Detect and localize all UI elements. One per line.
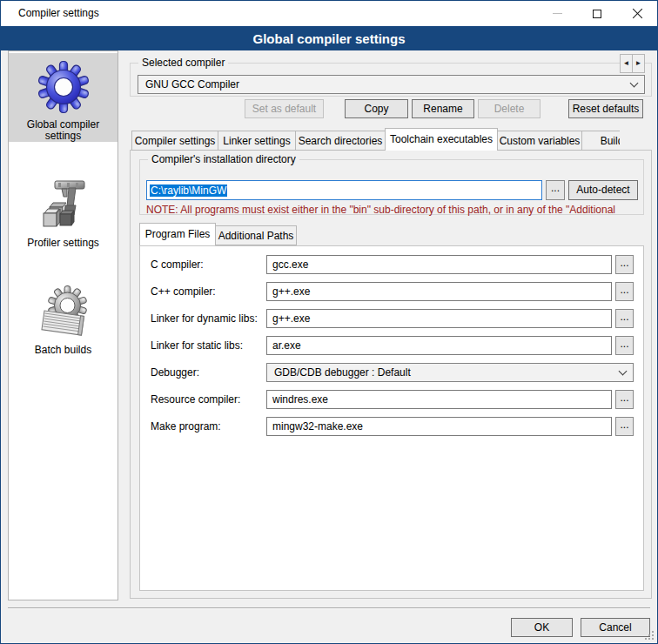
selected-compiler-legend: Selected compiler [138,57,228,69]
copy-button[interactable]: Copy [345,99,408,118]
cpp-compiler-browse-button[interactable]: ... [615,282,634,301]
ok-button[interactable]: OK [511,618,573,637]
auto-detect-button[interactable]: Auto-detect [568,180,638,200]
tab-linker-settings[interactable]: Linker settings [218,131,296,151]
field-label: Linker for dynamic libs: [151,309,258,328]
resize-grip[interactable] [645,631,654,640]
toolchain-field-row: Make program: ... [140,417,643,436]
resource-compiler-browse-button[interactable]: ... [615,390,634,409]
field-label: C++ compiler: [151,282,216,301]
c-compiler-browse-button[interactable]: ... [615,255,634,274]
sidebar-item-label: Profiler settings [27,238,99,249]
field-label: C compiler: [151,255,204,274]
close-button[interactable] [617,1,657,26]
tab-toolchain-executables[interactable]: Toolchain executables [385,128,498,151]
linker-static-input[interactable] [266,336,612,355]
chevron-down-icon [619,366,628,375]
titlebar: Compiler settings [1,1,657,26]
install-dir-selected-text: C:\raylib\MinGW [150,184,227,197]
subtab-program-files[interactable]: Program Files [139,223,216,245]
toolchain-field-row: Debugger: GDB/CDB debugger : Default [140,363,643,382]
linker-dynamic-input[interactable] [266,309,612,328]
cancel-button[interactable]: Cancel [581,618,650,637]
sidebar: Global compiler settings Profiler settin… [8,50,118,600]
field-label: Debugger: [151,363,199,382]
toolchain-executables-panel: Compiler's installation directory C:\ray… [130,150,652,599]
c-compiler-input[interactable] [266,255,612,274]
installation-directory-legend: Compiler's installation directory [148,153,299,165]
field-label: Resource compiler: [151,390,240,409]
program-files-form: C compiler: ... C++ compiler: ... Linker… [139,245,644,591]
toolchain-field-row: C compiler: ... [140,255,643,274]
sidebar-item-label: Batch builds [35,345,91,356]
toolchain-field-row: Resource compiler: ... [140,390,643,409]
set-as-default-button: Set as default [245,99,324,118]
compiler-actions: Set as defaultCopyRenameDeleteReset defa… [130,99,652,118]
make-program-input[interactable] [266,417,612,436]
make-program-browse-button[interactable]: ... [615,417,634,436]
sidebar-item-profiler-settings[interactable]: Profiler settings [9,171,118,249]
caliper-icon [36,178,91,233]
window-title: Compiler settings [18,1,99,26]
linker-dynamic-browse-button[interactable]: ... [615,309,634,328]
tab-search-directories[interactable]: Search directories [295,131,386,151]
tab-scroll-right-button[interactable]: ► [632,54,645,73]
dialog-header: Global compiler settings [1,26,657,50]
toolchain-field-row: Linker for static libs: ... [140,336,643,355]
page-title: Global compiler settings [252,31,405,46]
tab-compiler-settings[interactable]: Compiler settings [131,131,218,151]
sidebar-item-batch-builds[interactable]: Batch builds [9,278,118,356]
install-dir-note: NOTE: All programs must exist either in … [146,204,639,216]
field-label: Make program: [151,417,221,436]
main-tabs: Compiler settingsLinker settingsSearch d… [131,128,620,151]
toolchain-subtabs: Program FilesAdditional Paths [139,223,296,245]
minimize-button[interactable] [537,1,577,26]
compiler-settings-dialog: Compiler settings Global compiler settin… [0,0,658,644]
gear-icon [36,59,91,115]
selected-compiler-dropdown[interactable]: GNU GCC Compiler [138,75,645,94]
install-dir-input[interactable]: C:\raylib\MinGW [146,180,542,200]
footer-separator [8,607,650,609]
toolchain-field-row: Linker for dynamic libs: ... [140,309,643,328]
selected-compiler-value: GNU GCC Compiler [145,78,631,91]
linker-static-browse-button[interactable]: ... [615,336,634,355]
minimize-icon [553,13,562,14]
delete-button: Delete [478,99,540,118]
chevron-down-icon [630,78,639,87]
cpp-compiler-input[interactable] [266,282,612,301]
maximize-button[interactable] [577,1,617,26]
batch-builds-icon [36,285,91,340]
rename-button[interactable]: Rename [412,99,474,118]
reset-defaults-button[interactable]: Reset defaults [568,99,643,118]
tab-build[interactable]: Build [581,131,620,151]
toolchain-field-row: C++ compiler: ... [140,282,643,301]
subtab-additional-paths[interactable]: Additional Paths [215,225,297,245]
tab-scroll-left-button[interactable]: ◄ [620,54,633,73]
main-content: Selected compiler GNU GCC Compiler Set a… [130,50,652,600]
resource-compiler-input[interactable] [266,390,612,409]
sidebar-item-global-compiler-settings[interactable]: Global compiler settings [9,53,118,142]
tab-custom-variables[interactable]: Custom variables [497,131,582,151]
close-icon [632,8,643,19]
maximize-icon [593,10,601,18]
sidebar-item-label: Global compiler settings [9,119,118,142]
install-dir-browse-button[interactable]: ... [546,180,565,200]
debugger-select[interactable]: GDB/CDB debugger : Default [266,363,634,382]
field-label: Linker for static libs: [151,336,243,355]
